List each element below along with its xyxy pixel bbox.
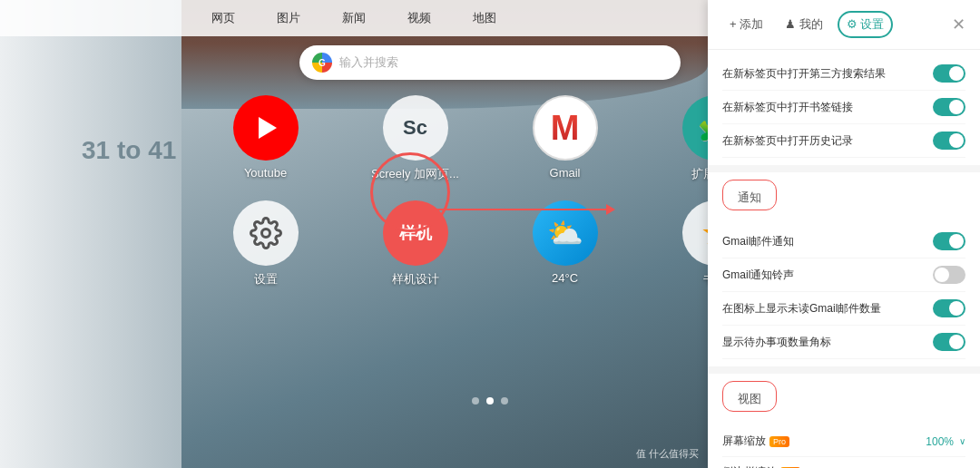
row-1-toggle[interactable] [933, 98, 965, 116]
notif-3-toggle[interactable] [933, 333, 965, 351]
app-settings[interactable]: 设置 [200, 200, 331, 288]
weather-label: 24°C [552, 271, 578, 285]
bg-number: 31 to 41 [82, 136, 176, 165]
row-2-toggle[interactable] [933, 132, 965, 150]
row-2-label: 在新标签页中打开历史记录 [722, 133, 933, 149]
nav-item-image[interactable]: 图片 [270, 6, 308, 30]
divider-2 [708, 366, 980, 374]
youtube-icon [233, 95, 299, 161]
nav-bar: 网页 图片 新闻 视频 地图 [0, 0, 708, 36]
arrow-container [436, 209, 608, 210]
view-row-0: 屏幕缩放Pro 100% ∨ [722, 426, 965, 457]
settings-app-icon [233, 200, 299, 266]
screely-icon: Sc [383, 95, 448, 161]
weather-emoji: ⛅ [547, 216, 583, 250]
close-button[interactable]: ✕ [952, 15, 965, 34]
search-placeholder: 输入并搜索 [339, 54, 668, 71]
gear-icon [250, 217, 282, 249]
notif-1-label: Gmail通知铃声 [722, 268, 933, 283]
panel-row-2: 在新标签页中打开历史记录 [722, 124, 965, 158]
row-0-toggle[interactable] [933, 64, 965, 83]
panel-row-0: 在新标签页中打开第三方搜索结果 [722, 57, 965, 91]
notif-2-label: 在图标上显示未读Gmail邮件数量 [722, 301, 933, 317]
g-icon: G [312, 53, 332, 73]
app-gmail[interactable]: M Gmail [499, 95, 631, 182]
view-0-right: 100% ∨ [926, 435, 965, 448]
view-1-label: 侧边栏缩放Pro [722, 464, 926, 468]
youtube-label: Youtube [244, 166, 287, 180]
add-button[interactable]: + 添加 [722, 13, 770, 36]
notif-row-0: Gmail邮件通知 [722, 225, 965, 258]
bg-wall-left [0, 0, 181, 468]
nav-item-web[interactable]: 网页 [204, 6, 242, 30]
nav-item-video[interactable]: 视频 [400, 6, 438, 30]
settings-app-label: 设置 [254, 271, 278, 288]
view-section-label: 视图 [722, 381, 777, 412]
dot-1[interactable] [472, 397, 479, 405]
notif-0-toggle[interactable] [933, 232, 965, 250]
pagination [472, 397, 508, 405]
notif-3-label: 显示待办事项数量角标 [722, 335, 933, 350]
panel-row-1: 在新标签页中打开书签链接 [722, 91, 965, 124]
view-0-label: 屏幕缩放Pro [722, 434, 926, 449]
gmail-label: Gmail [550, 166, 581, 180]
mockup-label: 样机设计 [392, 271, 439, 288]
app-grid: Youtube Sc Screely 加网页... M Gmail 🧩 扩展管理… [200, 95, 780, 288]
dot-3[interactable] [501, 397, 508, 405]
divider-1 [708, 165, 980, 172]
nav-item-news[interactable]: 新闻 [335, 6, 373, 30]
panel-header: + 添加 ♟ 我的 ⚙ 设置 ✕ [708, 0, 980, 50]
view-0-percent: 100% [926, 435, 954, 448]
view-section: 屏幕缩放Pro 100% ∨ 侧边栏缩放Pro 100% ∨ 在右下角显示 [708, 419, 980, 468]
notif-row-2: 在图标上显示未读Gmail邮件数量 [722, 292, 965, 326]
notif-row-3: 显示待办事项数量角标 [722, 326, 965, 359]
app-youtube[interactable]: Youtube [200, 95, 331, 182]
gmail-icon: M [533, 95, 598, 161]
google-logo: G [312, 53, 332, 73]
nav-item-map[interactable]: 地图 [466, 6, 504, 30]
notif-1-toggle[interactable] [933, 266, 965, 284]
gmail-m-letter: M [551, 111, 580, 145]
gmail-ring [370, 152, 450, 232]
pro-badge-0: Pro [769, 436, 789, 447]
notification-section: Gmail邮件通知 Gmail通知铃声 在图标上显示未读Gmail邮件数量 显示… [708, 218, 980, 366]
settings-panel: + 添加 ♟ 我的 ⚙ 设置 ✕ 在新标签页中打开第三方搜索结果 在新标签页中打… [708, 0, 980, 468]
view-row-1: 侧边栏缩放Pro 100% ∨ [722, 457, 965, 468]
notif-0-label: Gmail邮件通知 [722, 234, 933, 249]
arrow-line [436, 209, 608, 210]
notif-2-toggle[interactable] [933, 299, 965, 317]
top-section: 在新标签页中打开第三方搜索结果 在新标签页中打开书签链接 在新标签页中打开历史记… [708, 50, 980, 165]
svg-point-0 [261, 229, 270, 238]
dot-2[interactable] [486, 397, 494, 405]
search-bar[interactable]: G 输入并搜索 [299, 45, 681, 80]
my-button[interactable]: ♟ 我的 [778, 13, 830, 36]
panel-content: 在新标签页中打开第三方搜索结果 在新标签页中打开书签链接 在新标签页中打开历史记… [708, 50, 980, 468]
notification-section-label: 通知 [722, 180, 777, 210]
watermark: 值 什么值得买 [636, 447, 699, 461]
chevron-down-0[interactable]: ∨ [959, 436, 965, 446]
settings-tab[interactable]: ⚙ 设置 [838, 11, 894, 38]
row-0-label: 在新标签页中打开第三方搜索结果 [722, 66, 933, 82]
notif-row-1: Gmail通知铃声 [722, 258, 965, 292]
row-1-label: 在新标签页中打开书签链接 [722, 100, 933, 115]
